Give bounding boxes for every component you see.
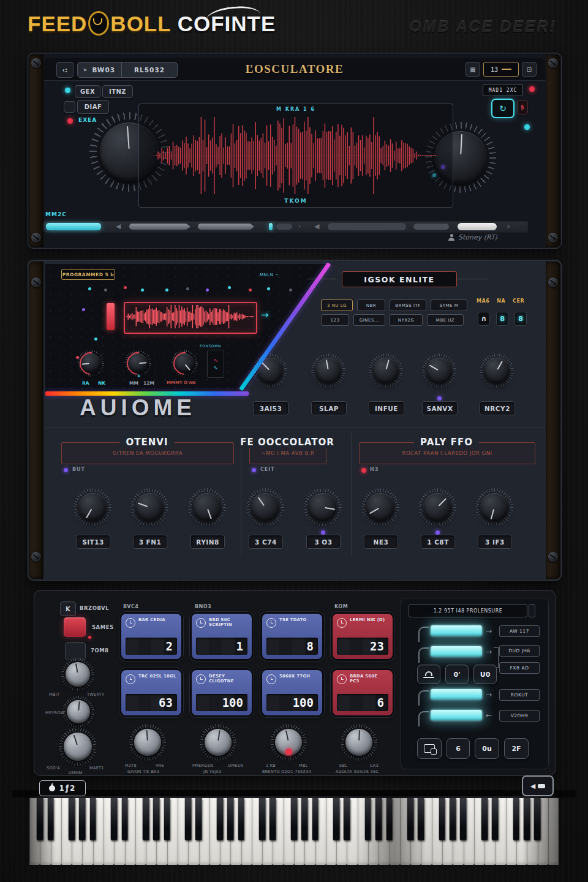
voice-counter-display[interactable]: 13 <box>483 62 519 77</box>
env-knob-2[interactable] <box>130 488 168 526</box>
squiggle-button[interactable]: § <box>517 100 528 115</box>
lfo-knob-2[interactable] <box>418 488 456 526</box>
value-box-display[interactable]: 23 <box>337 638 388 655</box>
piano-black-key[interactable] <box>524 798 530 840</box>
scrub-tick[interactable] <box>269 223 273 230</box>
six-button[interactable]: 6 <box>447 738 470 759</box>
osc-knob-2[interactable] <box>304 488 342 526</box>
mini-knob-2[interactable] <box>124 350 151 377</box>
piano-black-key[interactable] <box>89 798 96 840</box>
value-box-display[interactable]: 8 <box>266 638 318 655</box>
piano-black-key[interactable] <box>460 798 467 840</box>
zero-u-button[interactable]: 0u <box>475 738 499 759</box>
seq-knob-3[interactable] <box>270 724 307 761</box>
mini-knob-1[interactable] <box>77 350 104 377</box>
piano-black-key[interactable] <box>365 798 372 840</box>
lfo-knob-1[interactable] <box>361 488 399 526</box>
piano-black-key[interactable] <box>481 798 488 840</box>
value-box-display[interactable]: 100 <box>266 694 318 711</box>
program-chip[interactable]: PROGRAMMED 5 b <box>61 269 115 280</box>
page-indicator[interactable]: 1ƒ2 <box>39 780 86 796</box>
piano-black-key[interactable] <box>312 798 318 840</box>
seq-knob-4[interactable] <box>341 724 377 761</box>
page-button[interactable]: ⊡ <box>522 62 537 77</box>
value-box-display[interactable]: 100 <box>196 694 247 711</box>
piano-white-key[interactable] <box>548 798 559 865</box>
value-box-display[interactable]: 2 <box>126 638 177 655</box>
env-knob-1[interactable] <box>74 488 111 526</box>
digit-badge[interactable]: 8 <box>514 312 527 326</box>
piano-black-key[interactable] <box>79 798 86 840</box>
value-box[interactable]: BRDA 560E PC36 <box>333 670 393 715</box>
piano-black-key[interactable] <box>513 798 520 840</box>
scrub-segment-light[interactable] <box>458 223 497 230</box>
param-chip[interactable]: NYX2G <box>390 314 423 326</box>
piano-keyboard[interactable] <box>29 796 559 865</box>
param-chip[interactable]: BRMSS ITF <box>390 300 426 311</box>
knob-sanvx[interactable] <box>422 353 456 388</box>
value-box[interactable]: LERMI NIK (D)23 <box>333 614 393 659</box>
knob-infue[interactable] <box>369 353 403 388</box>
piano-black-key[interactable] <box>418 798 424 840</box>
piano-black-key[interactable] <box>386 798 393 840</box>
piano-black-key[interactable] <box>492 798 499 840</box>
knob-nrcy2[interactable] <box>480 353 514 388</box>
seg-arrow-icon[interactable]: » <box>507 222 511 230</box>
page-2f-button[interactable]: 2F <box>504 738 529 759</box>
piano-black-key[interactable] <box>47 798 54 840</box>
piano-black-key[interactable] <box>375 798 382 840</box>
scrub-segment[interactable] <box>129 224 190 230</box>
grid-view-button[interactable]: ▦ <box>466 62 480 77</box>
piano-black-key[interactable] <box>270 798 276 840</box>
card-button[interactable] <box>417 738 442 759</box>
scrubber-bar[interactable]: ◀ › ◀ » <box>43 220 529 233</box>
value-box[interactable]: DESEY CLIGOTNE100 <box>192 670 252 715</box>
param-chip[interactable]: NBR <box>357 300 385 311</box>
piano-black-key[interactable] <box>333 798 340 840</box>
piano-black-key[interactable] <box>439 798 446 840</box>
scrub-segment[interactable] <box>198 224 254 230</box>
knob-slap[interactable] <box>311 353 345 388</box>
piano-black-key[interactable] <box>153 798 160 840</box>
lfo-knob-3[interactable] <box>475 488 513 526</box>
routing-title-tab[interactable] <box>529 604 535 617</box>
seg-arrow-icon[interactable]: ◀ <box>116 222 121 230</box>
piano-black-key[interactable] <box>37 798 43 840</box>
mini-knob-3[interactable] <box>171 350 198 377</box>
param-chip[interactable]: GINES... <box>353 314 385 326</box>
value-box-display[interactable]: 6 <box>337 694 388 711</box>
small-toggle-button[interactable] <box>64 101 75 113</box>
piano-black-key[interactable] <box>259 798 266 840</box>
param-chip[interactable]: MBE UZ <box>427 314 464 326</box>
value-box[interactable]: TSE TDATO8 <box>262 614 322 659</box>
env-knob-3[interactable] <box>188 488 226 526</box>
u0-button[interactable]: U0 <box>473 665 497 684</box>
param-chip[interactable]: 123 <box>321 314 349 326</box>
scrub-segment-active[interactable] <box>46 223 101 230</box>
piano-black-key[interactable] <box>534 798 541 840</box>
loop-region-display[interactable] <box>124 302 257 334</box>
value-box-display[interactable]: 1 <box>196 638 247 655</box>
sample-waveform-display[interactable]: M KRA 1 6 TKOM <box>138 104 453 208</box>
param-chip[interactable]: SYME M <box>431 300 467 311</box>
seq-knob-2[interactable] <box>200 724 236 761</box>
piano-black-key[interactable] <box>111 798 118 840</box>
gex-button[interactable]: GEX <box>75 85 100 98</box>
value-box[interactable]: TRC 02SL 10GL63 <box>121 670 181 715</box>
piano-black-key[interactable] <box>121 798 128 840</box>
digit-badge[interactable]: 8 <box>496 312 508 326</box>
piano-black-key[interactable] <box>69 798 75 840</box>
piano-black-key[interactable] <box>185 798 192 840</box>
piano-black-key[interactable] <box>164 798 170 840</box>
piano-black-key[interactable] <box>407 798 414 840</box>
loop-button[interactable]: ↻ <box>491 99 514 118</box>
seg-arrow-icon[interactable]: › <box>298 222 301 230</box>
scrub-segment[interactable] <box>328 223 406 230</box>
piano-black-key[interactable] <box>217 798 224 840</box>
piano-black-key[interactable] <box>344 798 350 840</box>
seq-knob-1[interactable] <box>129 724 166 761</box>
left-knob-3[interactable] <box>59 728 97 766</box>
value-box[interactable]: 5060X 77GH100 <box>262 670 322 715</box>
value-box-display[interactable]: 63 <box>126 694 177 711</box>
seg-arrow-icon[interactable]: ◀ <box>314 222 319 230</box>
